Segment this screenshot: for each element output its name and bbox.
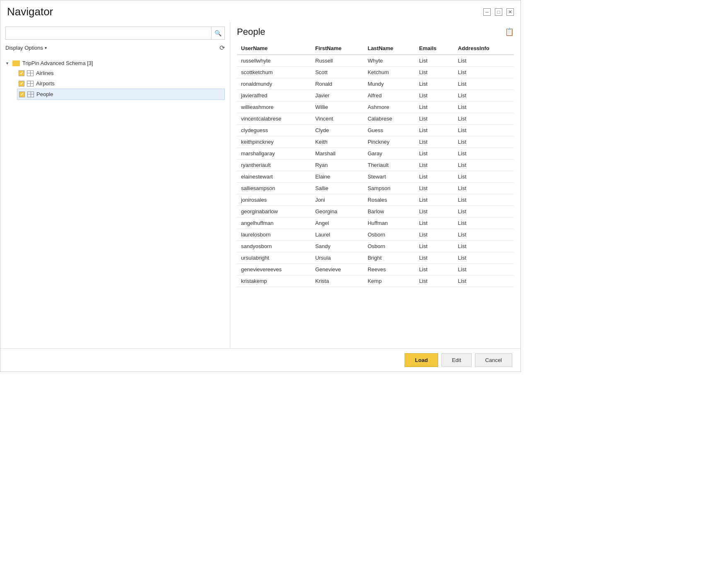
leaf-label-airports: Airports: [36, 80, 55, 87]
cell-lastname: Mundy: [364, 78, 415, 90]
header-row: UserName FirstName LastName Emails Addre…: [237, 42, 514, 55]
cell-username: jonirosales: [237, 194, 311, 206]
table-icon-airports: [27, 81, 34, 87]
cell-addressinfo: List: [454, 159, 514, 171]
cell-firstname: Marshall: [311, 148, 364, 159]
cell-lastname: Kemp: [364, 275, 415, 287]
cell-username: ryantheriault: [237, 159, 311, 171]
display-options-arrow: ▾: [45, 46, 47, 50]
cancel-button[interactable]: Cancel: [475, 353, 512, 367]
cell-lastname: Sampson: [364, 183, 415, 194]
checkbox-airlines[interactable]: ✓: [19, 70, 24, 76]
cell-lastname: Osborn: [364, 241, 415, 252]
cell-lastname: Whyte: [364, 55, 415, 67]
toolbar-row: Display Options ▾ ⟳: [5, 44, 225, 52]
cell-emails: List: [415, 229, 454, 241]
table-row: elainestewartElaineStewartListList: [237, 171, 514, 183]
cell-addressinfo: List: [454, 241, 514, 252]
cell-addressinfo: List: [454, 148, 514, 159]
tree: ▼ TripPin Advanced Schema [3] ✓: [5, 57, 225, 364]
load-button[interactable]: Load: [405, 353, 438, 367]
tree-root-group[interactable]: ▼ TripPin Advanced Schema [3]: [5, 58, 225, 68]
cell-lastname: Huffman: [364, 217, 415, 229]
cell-lastname: Reeves: [364, 264, 415, 275]
table-row: angelhuffmanAngelHuffmanListList: [237, 217, 514, 229]
tree-leaf-airlines[interactable]: ✓ Airlines: [17, 68, 225, 78]
cell-username: willieashmore: [237, 101, 311, 113]
table-row: genevievereevesGenevieveReevesListList: [237, 264, 514, 275]
col-header-firstname: FirstName: [311, 42, 364, 55]
close-button[interactable]: ✕: [506, 8, 514, 16]
cell-firstname: Laurel: [311, 229, 364, 241]
cell-emails: List: [415, 252, 454, 264]
cell-addressinfo: List: [454, 55, 514, 67]
cell-addressinfo: List: [454, 264, 514, 275]
table-row: marshallgarayMarshallGarayListList: [237, 148, 514, 159]
cell-firstname: Ursula: [311, 252, 364, 264]
cell-lastname: Barlow: [364, 206, 415, 217]
cell-lastname: Osborn: [364, 229, 415, 241]
cell-firstname: Scott: [311, 67, 364, 78]
cell-lastname: Garay: [364, 148, 415, 159]
refresh-button[interactable]: ⟳: [219, 44, 225, 52]
tree-children: ✓ Airlines ✓: [17, 68, 225, 100]
cell-firstname: Willie: [311, 101, 364, 113]
cell-emails: List: [415, 159, 454, 171]
table-row: vincentcalabreseVincentCalabreseListList: [237, 113, 514, 125]
cell-username: genevievereeves: [237, 264, 311, 275]
table-row: ursulabrightUrsulaBrightListList: [237, 252, 514, 264]
cell-firstname: Sandy: [311, 241, 364, 252]
cell-addressinfo: List: [454, 217, 514, 229]
cell-addressinfo: List: [454, 252, 514, 264]
cell-firstname: Ronald: [311, 78, 364, 90]
panel-header: People 📋: [237, 27, 514, 37]
search-input[interactable]: [6, 29, 211, 38]
search-icon: 🔍: [215, 30, 222, 36]
cell-lastname: Ashmore: [364, 101, 415, 113]
tree-root-item: ▼ TripPin Advanced Schema [3] ✓: [5, 57, 225, 101]
table-container: UserName FirstName LastName Emails Addre…: [237, 42, 514, 352]
panel-title: People: [237, 27, 265, 37]
table-row: keithpinckneyKeithPinckneyListList: [237, 136, 514, 148]
cell-username: georginabarlow: [237, 206, 311, 217]
cell-username: angelhuffman: [237, 217, 311, 229]
table-row: ronaldmundyRonaldMundyListList: [237, 78, 514, 90]
display-options-button[interactable]: Display Options ▾: [5, 45, 47, 51]
cell-firstname: Russell: [311, 55, 364, 67]
table-header: UserName FirstName LastName Emails Addre…: [237, 42, 514, 55]
table-row: ryantheriaultRyanTheriaultListList: [237, 159, 514, 171]
table-icon-airlines: [27, 70, 34, 76]
cell-emails: List: [415, 101, 454, 113]
edit-button[interactable]: Edit: [441, 353, 471, 367]
checkbox-people[interactable]: ✓: [19, 92, 25, 97]
table-row: clydeguessClydeGuessListList: [237, 125, 514, 136]
cell-emails: List: [415, 67, 454, 78]
title-bar: Navigator ─ □ ✕: [0, 0, 521, 18]
cell-addressinfo: List: [454, 90, 514, 101]
cell-username: salliesampson: [237, 183, 311, 194]
table-row: scottketchumScottKetchumListList: [237, 67, 514, 78]
bottom-bar: Load Edit Cancel: [0, 348, 521, 372]
cell-emails: List: [415, 275, 454, 287]
tree-leaf-airports[interactable]: ✓ Airports: [17, 78, 225, 89]
cell-lastname: Calabrese: [364, 113, 415, 125]
cell-addressinfo: List: [454, 183, 514, 194]
tree-leaf-people[interactable]: ✓ People: [17, 89, 225, 100]
cell-firstname: Vincent: [311, 113, 364, 125]
panel-action-button[interactable]: 📋: [505, 27, 514, 36]
table-row: salliesampsonSallieSampsonListList: [237, 183, 514, 194]
cell-emails: List: [415, 113, 454, 125]
table-row: willieashmoreWillieAshmoreListList: [237, 101, 514, 113]
minimize-button[interactable]: ─: [483, 8, 491, 16]
search-button[interactable]: 🔍: [211, 27, 224, 39]
cell-lastname: Stewart: [364, 171, 415, 183]
checkbox-airports[interactable]: ✓: [19, 81, 24, 87]
window-controls: ─ □ ✕: [483, 8, 514, 16]
dialog-title: Navigator: [7, 5, 53, 18]
main-layout: 🔍 Display Options ▾ ⟳ ▼ TripPin Advanced…: [0, 22, 521, 369]
maximize-button[interactable]: □: [495, 8, 502, 16]
cell-username: elainestewart: [237, 171, 311, 183]
data-table: UserName FirstName LastName Emails Addre…: [237, 42, 514, 287]
cell-lastname: Theriault: [364, 159, 415, 171]
cell-emails: List: [415, 264, 454, 275]
